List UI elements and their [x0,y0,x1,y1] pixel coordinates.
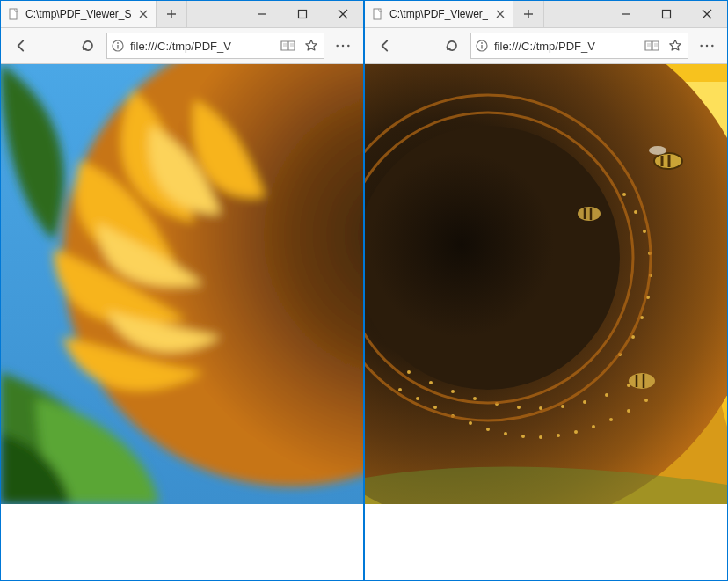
svg-point-54 [557,434,560,437]
page-content[interactable] [1,64,363,580]
svg-point-44 [365,126,620,390]
svg-point-19 [347,45,350,48]
svg-point-51 [504,432,507,435]
svg-point-67 [561,405,564,408]
page-content[interactable] [365,64,727,580]
close-window-button[interactable] [323,1,363,27]
svg-point-68 [583,400,586,404]
tab-title: C:\tmp\PDF_Viewer_SDI [25,8,131,20]
svg-point-11 [117,42,119,44]
close-window-button[interactable] [687,1,727,27]
svg-point-78 [634,210,637,214]
svg-point-17 [336,45,339,48]
svg-point-90 [629,373,655,389]
refresh-button[interactable] [73,33,103,59]
svg-point-33 [481,42,483,44]
browser-tab[interactable]: C:\tmp\PDF_Viewer_SDI [1,1,157,27]
svg-point-45 [398,388,402,391]
sunflower-image-sharp [365,64,727,504]
toolbar: file:///C:/tmp/PDF_V [1,28,363,64]
page-blank-area [1,504,363,580]
favorite-icon[interactable] [302,37,320,55]
favorite-icon[interactable] [666,37,684,55]
svg-point-41 [711,45,714,48]
svg-point-86 [649,146,666,155]
svg-rect-29 [663,11,671,18]
reading-view-icon[interactable] [280,37,297,55]
file-icon [372,8,384,20]
file-icon [8,8,20,20]
toolbar: file:///C:/tmp/PDF_V [365,28,727,64]
svg-point-79 [622,193,626,196]
address-url: file:///C:/tmp/PDF_V [494,40,638,53]
svg-point-77 [643,230,646,233]
svg-point-39 [700,45,703,48]
minimize-button[interactable] [242,1,282,27]
address-url: file:///C:/tmp/PDF_V [130,40,274,53]
address-bar[interactable]: file:///C:/tmp/PDF_V [470,33,688,59]
back-button[interactable] [6,33,36,59]
svg-point-61 [429,381,433,384]
svg-point-59 [644,399,648,402]
svg-point-50 [486,428,490,431]
address-bar[interactable]: file:///C:/tmp/PDF_V [106,33,324,59]
info-icon[interactable] [111,39,125,53]
titlebar-drag-area[interactable] [544,1,606,27]
window-controls [606,1,727,27]
svg-point-40 [706,45,709,48]
bee-on-flower-icon [578,207,601,221]
info-icon[interactable] [475,39,489,53]
minimize-button[interactable] [606,1,646,27]
svg-point-65 [517,406,521,409]
svg-point-57 [609,418,613,421]
maximize-button[interactable] [282,1,323,27]
tabs-area: C:\tmp\PDF_Viewer_ [365,1,544,27]
svg-point-46 [416,397,419,400]
refresh-button[interactable] [437,33,467,59]
maximize-button[interactable] [646,1,687,27]
svg-point-87 [578,207,601,221]
browser-window-right: C:\tmp\PDF_Viewer_ [364,0,728,581]
back-button[interactable] [370,33,400,59]
more-button[interactable] [328,33,358,59]
svg-point-60 [407,370,411,374]
svg-point-49 [469,421,472,425]
reading-view-icon[interactable] [644,37,661,55]
svg-point-63 [473,397,477,400]
svg-point-52 [521,435,525,438]
desktop: C:\tmp\PDF_Viewer_SDI [0,0,728,585]
window-controls [242,1,363,27]
new-tab-button[interactable] [157,1,187,27]
tab-title: C:\tmp\PDF_Viewer_ [389,8,488,20]
svg-point-58 [627,409,630,413]
new-tab-button[interactable] [513,1,544,27]
svg-point-69 [605,393,608,397]
titlebar[interactable]: C:\tmp\PDF_Viewer_ [365,1,727,28]
more-button[interactable] [692,33,722,59]
titlebar[interactable]: C:\tmp\PDF_Viewer_SDI [1,1,363,28]
tab-close-button[interactable] [493,7,507,21]
svg-point-66 [539,406,542,410]
svg-point-62 [451,390,455,393]
browser-tab[interactable]: C:\tmp\PDF_Viewer_ [365,1,513,27]
tab-close-button[interactable] [136,7,150,21]
titlebar-drag-area[interactable] [187,1,242,27]
svg-point-56 [592,425,595,428]
sunflower-image-blurred [1,64,363,504]
svg-point-55 [574,430,578,434]
page-blank-area [365,504,727,580]
svg-point-53 [539,435,542,439]
bee-on-flower-icon [629,373,655,389]
svg-point-47 [433,406,437,409]
tabs-area: C:\tmp\PDF_Viewer_SDI [1,1,187,27]
browser-window-left: C:\tmp\PDF_Viewer_SDI [0,0,364,581]
svg-point-18 [342,45,345,48]
svg-rect-7 [299,11,307,18]
